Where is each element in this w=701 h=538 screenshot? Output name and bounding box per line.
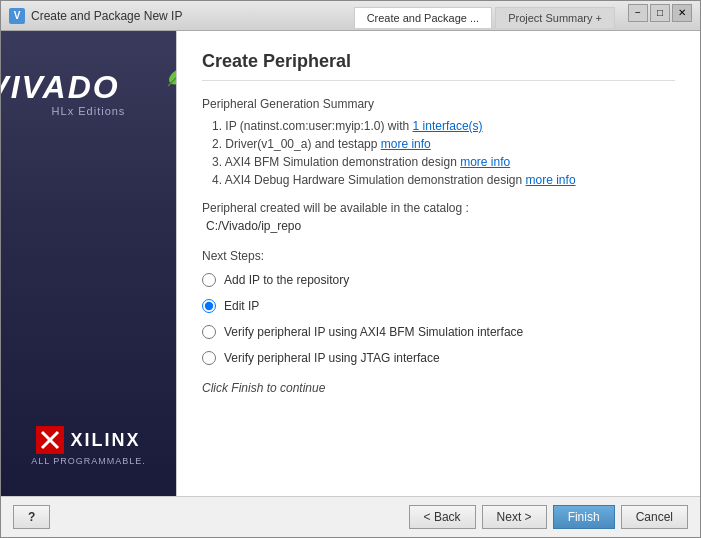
- radio-verify-jtag[interactable]: [202, 351, 216, 365]
- title-bar: V Create and Package New IP Create and P…: [1, 1, 700, 31]
- back-button[interactable]: < Back: [409, 505, 476, 529]
- catalog-path: C:/Vivado/ip_repo: [206, 219, 675, 233]
- radio-add-ip-label[interactable]: Add IP to the repository: [224, 273, 349, 287]
- item-4-number: 4.: [212, 173, 225, 187]
- item-2-link[interactable]: more info: [381, 137, 431, 151]
- all-programmable-text: ALL PROGRAMMABLE.: [31, 456, 146, 466]
- item-1-link[interactable]: 1 interface(s): [413, 119, 483, 133]
- xilinx-symbol: XILINX: [36, 426, 140, 454]
- radio-verify-bfm[interactable]: [202, 325, 216, 339]
- vivado-text: VIVADO: [1, 71, 120, 103]
- item-2-number: 2.: [212, 137, 225, 151]
- catalog-section: Peripheral created will be available in …: [202, 201, 675, 233]
- next-steps-section: Next Steps: Add IP to the repository Edi…: [202, 249, 675, 367]
- finish-note: Click Finish to continue: [202, 381, 675, 395]
- item-3-number: 3.: [212, 155, 225, 169]
- radio-option-3: Verify peripheral IP using AXI4 BFM Simu…: [202, 323, 675, 341]
- radio-option-1: Add IP to the repository: [202, 271, 675, 289]
- catalog-label: Peripheral created will be available in …: [202, 201, 675, 215]
- sidebar: VIVADO HLx Editions XIL: [1, 31, 176, 496]
- item-4-link[interactable]: more info: [526, 173, 576, 187]
- main-window: V Create and Package New IP Create and P…: [0, 0, 701, 538]
- content-area: Create Peripheral Peripheral Generation …: [176, 31, 700, 496]
- bottom-left: ?: [13, 505, 50, 529]
- bottom-bar: ? < Back Next > Finish Cancel: [1, 496, 700, 537]
- xilinx-logo: XILINX ALL PROGRAMMABLE.: [31, 426, 146, 466]
- item-3-text: AXI4 BFM Simulation demonstration design: [225, 155, 460, 169]
- list-item: 4. AXI4 Debug Hardware Simulation demons…: [202, 173, 675, 187]
- tab-project-summary[interactable]: Project Summary +: [495, 7, 615, 28]
- list-item: 2. Driver(v1_00_a) and testapp more info: [202, 137, 675, 151]
- help-button[interactable]: ?: [13, 505, 50, 529]
- radio-verify-jtag-label[interactable]: Verify peripheral IP using JTAG interfac…: [224, 351, 440, 365]
- bottom-right: < Back Next > Finish Cancel: [409, 505, 688, 529]
- radio-option-4: Verify peripheral IP using JTAG interfac…: [202, 349, 675, 367]
- title-bar-left: V Create and Package New IP: [9, 8, 182, 24]
- radio-edit-ip[interactable]: [202, 299, 216, 313]
- item-2-text: Driver(v1_00_a) and testapp: [225, 137, 380, 151]
- xilinx-name: XILINX: [70, 430, 140, 451]
- tab-create-package[interactable]: Create and Package ...: [354, 7, 493, 28]
- title-bar-controls: Create and Package ... Project Summary +…: [354, 4, 692, 28]
- item-3-link[interactable]: more info: [460, 155, 510, 169]
- maximize-button[interactable]: □: [650, 4, 670, 22]
- radio-option-2: Edit IP: [202, 297, 675, 315]
- page-title: Create Peripheral: [202, 51, 675, 81]
- vivado-logo: VIVADO HLx Editions: [1, 71, 190, 117]
- main-area: VIVADO HLx Editions XIL: [1, 31, 700, 496]
- window-title: Create and Package New IP: [31, 9, 182, 23]
- item-1-text: IP (natinst.com:user:myip:1.0) with: [225, 119, 412, 133]
- next-button[interactable]: Next >: [482, 505, 547, 529]
- list-item: 1. IP (natinst.com:user:myip:1.0) with 1…: [202, 119, 675, 133]
- item-1-number: 1.: [212, 119, 225, 133]
- radio-edit-ip-label[interactable]: Edit IP: [224, 299, 259, 313]
- minimize-button[interactable]: −: [628, 4, 648, 22]
- window-icon: V: [9, 8, 25, 24]
- radio-add-ip[interactable]: [202, 273, 216, 287]
- summary-list: 1. IP (natinst.com:user:myip:1.0) with 1…: [202, 119, 675, 187]
- xilinx-x-icon: [36, 426, 64, 454]
- radio-verify-bfm-label[interactable]: Verify peripheral IP using AXI4 BFM Simu…: [224, 325, 523, 339]
- list-item: 3. AXI4 BFM Simulation demonstration des…: [202, 155, 675, 169]
- finish-button[interactable]: Finish: [553, 505, 615, 529]
- hlx-text: HLx Editions: [52, 105, 126, 117]
- item-4-text: AXI4 Debug Hardware Simulation demonstra…: [225, 173, 526, 187]
- close-button[interactable]: ✕: [672, 4, 692, 22]
- summary-label: Peripheral Generation Summary: [202, 97, 675, 111]
- next-steps-label: Next Steps:: [202, 249, 675, 263]
- cancel-button[interactable]: Cancel: [621, 505, 688, 529]
